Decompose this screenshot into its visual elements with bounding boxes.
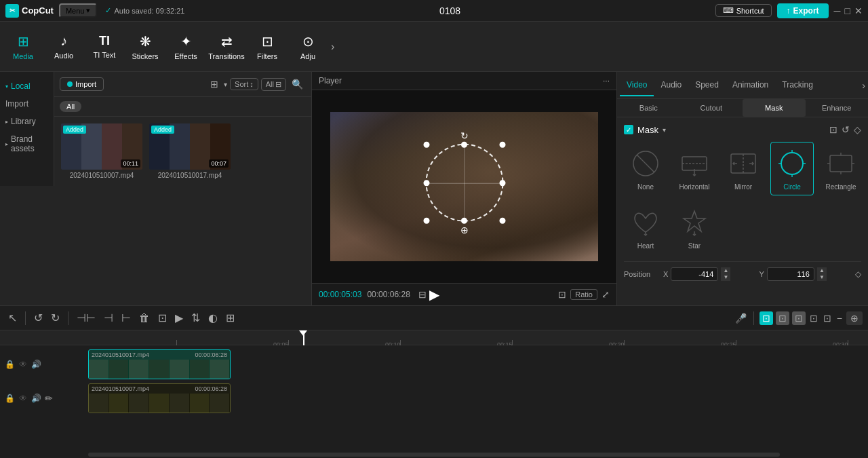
track-1-visibility-btn[interactable]: 👁 xyxy=(18,359,28,370)
mask-handle-bl[interactable] xyxy=(423,218,429,224)
mask-shape-star[interactable]: Star xyxy=(673,201,716,254)
shortcut-button[interactable]: ⌨ Shortcut xyxy=(715,4,772,17)
flip-button[interactable]: ⇅ xyxy=(189,310,203,326)
player-menu-icon[interactable]: ··· xyxy=(603,76,610,85)
filter-all-chip[interactable]: All xyxy=(60,101,81,112)
split-right-button[interactable]: ⊢ xyxy=(119,310,134,326)
snap-sub-button[interactable]: ⊡ xyxy=(776,311,789,325)
color-button[interactable]: ◐ xyxy=(205,310,220,326)
mask-handle-right[interactable] xyxy=(499,180,505,186)
sort-button[interactable]: Sort ↕ xyxy=(230,78,258,90)
snap-grid-button[interactable]: ⊡ xyxy=(792,311,806,325)
sidebar-item-library[interactable]: ▸ Library xyxy=(0,113,54,130)
search-button[interactable]: 🔍 xyxy=(289,77,306,91)
y-step-down[interactable]: ▼ xyxy=(817,274,827,281)
select-tool-button[interactable]: ↖ xyxy=(5,310,20,326)
toolbar-item-adjust[interactable]: ⊙ Adju xyxy=(288,23,328,71)
subtab-basic[interactable]: Basic xyxy=(617,99,680,117)
toolbar-item-transitions[interactable]: ⇄ Transitions xyxy=(206,23,247,71)
crop-button[interactable]: ⊡ xyxy=(155,310,170,326)
mask-diamond-icon[interactable]: ◇ xyxy=(854,124,861,135)
redo-button[interactable]: ↻ xyxy=(48,310,62,326)
delete-button[interactable]: 🗑 xyxy=(136,311,153,326)
grid-view-button[interactable]: ⊞ xyxy=(208,77,221,91)
layout-icon-btn[interactable]: ⊟ xyxy=(416,288,429,301)
toolbar-item-audio[interactable]: ♪ Audio xyxy=(43,23,84,71)
ratio-button[interactable]: Ratio xyxy=(570,289,597,300)
x-step-down[interactable]: ▼ xyxy=(721,274,730,281)
x-step-up[interactable]: ▲ xyxy=(721,267,730,274)
subtab-enhance[interactable]: Enhance xyxy=(806,99,869,117)
track-2-audio-btn[interactable]: 🔊 xyxy=(31,393,42,404)
menu-button[interactable]: Menu ▾ xyxy=(59,3,98,18)
tab-animation[interactable]: Animation xyxy=(726,75,775,96)
mask-handle-br[interactable] xyxy=(499,218,505,224)
toolbar-item-effects[interactable]: ✦ Effects xyxy=(165,23,206,71)
toolbar-item-text[interactable]: TI TI Text xyxy=(84,23,125,71)
subtab-mask[interactable]: Mask xyxy=(743,99,806,117)
undo-button[interactable]: ↺ xyxy=(31,310,45,326)
mask-handle-tr[interactable] xyxy=(499,142,505,148)
track-2-edit-btn[interactable]: ✏ xyxy=(45,393,53,404)
mask-move-handle[interactable]: ⊕ xyxy=(460,225,469,235)
tab-speed[interactable]: Speed xyxy=(688,75,726,96)
subtab-cutout[interactable]: Cutout xyxy=(680,99,743,117)
close-icon[interactable]: ✕ xyxy=(854,5,863,16)
media-thumb-2[interactable]: Added 00:07 2024010510017.mp4 xyxy=(149,123,231,179)
zoom-in-button[interactable]: ⊕ xyxy=(846,311,863,325)
zoom-out-button[interactable]: − xyxy=(835,311,844,325)
crop-tool-button[interactable]: ⊞ xyxy=(223,310,237,326)
sidebar-item-import[interactable]: Import xyxy=(0,95,54,113)
mask-handle-top[interactable] xyxy=(461,142,467,148)
mask-shape-rectangle[interactable]: Rectangle xyxy=(819,142,863,195)
play-from-here-button[interactable]: ▶ xyxy=(172,310,186,326)
tab-audio[interactable]: Audio xyxy=(654,75,688,96)
toolbar-item-media[interactable]: ⊞ Media xyxy=(3,23,43,71)
sidebar-item-brand-assets[interactable]: ▸ Brand assets xyxy=(0,130,54,157)
y-step-up[interactable]: ▲ xyxy=(817,267,827,274)
crop-icon-btn[interactable]: ⊡ xyxy=(558,289,566,300)
fullscreen-button[interactable]: ⤢ xyxy=(601,289,610,300)
import-button[interactable]: Import xyxy=(60,77,104,91)
mask-shape-mirror[interactable]: Mirror xyxy=(722,142,765,195)
toolbar-item-stickers[interactable]: ❋ Stickers xyxy=(125,23,165,71)
all-filter-button[interactable]: All ⊟ xyxy=(261,78,286,91)
toolbar-item-filters[interactable]: ⊡ Filters xyxy=(247,23,288,71)
mic-button[interactable]: 🎤 xyxy=(734,311,748,325)
right-tab-more-icon[interactable]: › xyxy=(862,80,865,91)
media-thumb-1[interactable]: Added 00:11 2024010510007.mp4 xyxy=(61,123,142,179)
tab-video[interactable]: Video xyxy=(620,75,654,96)
mask-checkbox[interactable]: ✓ xyxy=(624,125,633,134)
mask-handle-left[interactable] xyxy=(423,180,429,186)
mask-handle-tl[interactable] xyxy=(423,142,429,148)
export-button[interactable]: ↑ Export xyxy=(777,3,829,18)
mask-copy-icon[interactable]: ⊡ xyxy=(829,124,837,135)
track-1-clip[interactable]: 2024010510017.mp4 00:00:06:28 xyxy=(88,349,231,379)
play-button[interactable]: ▶ xyxy=(429,286,439,303)
lock-tracks-button[interactable]: ⊡ xyxy=(822,311,833,325)
minimize-icon[interactable]: ─ xyxy=(834,5,841,16)
toolbar-more-icon[interactable]: › xyxy=(328,38,337,56)
track-2-clip[interactable]: 2024010510007.mp4 00:00:06:28 xyxy=(88,383,231,413)
track-2-lock-btn[interactable]: 🔒 xyxy=(4,393,16,404)
position-y-input[interactable] xyxy=(767,267,814,281)
track-1-audio-btn[interactable]: 🔊 xyxy=(31,359,42,370)
timeline-scrollbar[interactable] xyxy=(88,453,780,457)
snap-main-button[interactable]: ⊡ xyxy=(760,311,773,325)
sidebar-item-local[interactable]: ▾ Local xyxy=(0,77,54,95)
track-2-visibility-btn[interactable]: 👁 xyxy=(18,393,28,404)
mask-shape-heart[interactable]: Heart xyxy=(624,201,667,254)
mask-shape-circle[interactable]: Circle xyxy=(770,142,814,195)
snap-magnet-button[interactable]: ⊡ xyxy=(808,311,819,325)
position-x-input[interactable] xyxy=(671,267,718,281)
mask-handle-bottom[interactable] xyxy=(461,218,467,224)
tab-tracking[interactable]: Tracking xyxy=(775,75,820,96)
split-at-head-button[interactable]: ⊣⊢ xyxy=(74,310,98,326)
position-keyframe-icon[interactable]: ◇ xyxy=(855,269,861,279)
track-1-lock-btn[interactable]: 🔒 xyxy=(4,359,16,370)
split-left-button[interactable]: ⊣ xyxy=(101,310,116,326)
mask-shape-none[interactable]: None xyxy=(624,142,667,195)
maximize-icon[interactable]: □ xyxy=(845,5,850,16)
mask-shape-horizontal[interactable]: Horizontal xyxy=(673,142,716,195)
mask-reset-icon[interactable]: ↺ xyxy=(842,124,850,135)
